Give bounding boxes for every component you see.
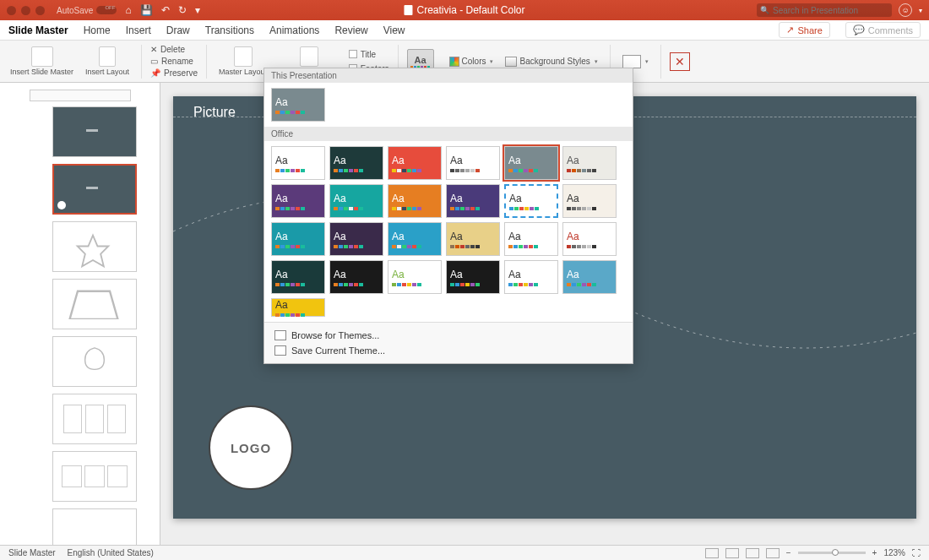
reading-view-button[interactable] xyxy=(746,548,759,558)
home-icon[interactable]: ⌂ xyxy=(125,4,131,16)
layout-thumbnail[interactable] xyxy=(52,508,137,545)
theme-thumbnail[interactable]: Aa xyxy=(562,222,617,256)
quick-access-toolbar: ⌂ 💾 ↶ ↻ ▾ xyxy=(125,4,199,16)
sorter-view-button[interactable] xyxy=(725,548,739,558)
delete-button[interactable]: ✕Delete xyxy=(150,44,198,55)
theme-thumbnail[interactable]: Aa xyxy=(329,222,383,256)
logo-placeholder[interactable]: LOGO xyxy=(209,405,293,490)
theme-thumbnail[interactable]: Aa xyxy=(562,146,617,180)
theme-thumbnail[interactable]: Aa xyxy=(388,260,442,294)
slideshow-view-button[interactable] xyxy=(766,548,780,558)
delete-icon: ✕ xyxy=(150,45,157,54)
document-title: Creativia - Default Color xyxy=(404,4,524,16)
layout-thumbnail[interactable] xyxy=(52,336,137,387)
theme-thumbnail[interactable]: Aa xyxy=(271,260,325,294)
zoom-in-button[interactable]: + xyxy=(872,548,877,557)
background-styles-dropdown[interactable]: Background Styles▾ xyxy=(502,55,600,68)
tab-view[interactable]: View xyxy=(383,24,405,36)
theme-thumbnail[interactable]: Aa xyxy=(271,222,325,256)
language-label[interactable]: English (United States) xyxy=(68,548,154,557)
theme-thumbnail[interactable]: Aa xyxy=(329,184,383,218)
tab-home[interactable]: Home xyxy=(84,24,111,36)
save-theme-menuitem[interactable]: Save Current Theme... xyxy=(271,343,626,358)
tab-insert[interactable]: Insert xyxy=(126,24,151,36)
theme-thumbnail[interactable]: Aa xyxy=(329,260,383,294)
view-mode-label: Slide Master xyxy=(8,548,56,557)
tab-transitions[interactable]: Transitions xyxy=(205,24,254,36)
comments-button[interactable]: 💬Comments xyxy=(845,22,921,38)
slide-thumbnail-panel[interactable] xyxy=(0,83,160,545)
theme-thumbnail[interactable]: Aa xyxy=(329,146,383,180)
theme-thumbnail[interactable]: Aa xyxy=(504,222,558,256)
master-layout-button[interactable]: Master Layout xyxy=(215,46,270,76)
layout-thumbnail-selected[interactable] xyxy=(52,164,137,215)
layout-thumbnail[interactable] xyxy=(52,221,137,272)
theme-thumbnail[interactable]: Aa xyxy=(562,260,617,294)
theme-thumbnail[interactable]: Aa xyxy=(446,222,500,256)
theme-thumbnail[interactable]: Aa xyxy=(446,260,500,294)
close-icon: ✕ xyxy=(675,55,685,68)
user-dropdown-icon[interactable]: ▾ xyxy=(919,7,922,14)
themes-section-header: Office xyxy=(264,127,633,141)
layout-thumbnail[interactable] xyxy=(52,451,137,502)
tab-slide-master[interactable]: Slide Master xyxy=(8,24,68,36)
svg-marker-1 xyxy=(69,291,117,318)
titlebar: AutoSave ⌂ 💾 ↶ ↻ ▾ Creativia - Default C… xyxy=(0,0,929,20)
master-thumbnail[interactable] xyxy=(30,90,131,101)
normal-view-button[interactable] xyxy=(705,548,719,558)
theme-thumbnail[interactable]: Aa xyxy=(271,298,325,317)
browse-themes-menuitem[interactable]: Browse for Themes... xyxy=(271,328,626,343)
theme-thumbnail[interactable]: Aa xyxy=(504,184,558,218)
autosave-pill[interactable] xyxy=(96,6,117,14)
theme-thumbnail[interactable]: Aa xyxy=(504,260,558,294)
status-bar: Slide Master English (United States) − +… xyxy=(0,545,929,560)
layout-thumbnail[interactable] xyxy=(52,106,137,157)
search-icon: 🔍 xyxy=(760,6,769,14)
title-checkbox[interactable]: Title xyxy=(349,49,389,60)
tab-animations[interactable]: Animations xyxy=(269,24,319,36)
redo-icon[interactable]: ↻ xyxy=(178,4,187,16)
rename-button[interactable]: ▭Rename xyxy=(150,56,198,67)
close-master-button[interactable]: ✕ xyxy=(670,52,690,71)
colors-icon xyxy=(449,57,459,67)
save-icon[interactable]: 💾 xyxy=(140,4,153,16)
preserve-button[interactable]: 📌Preserve xyxy=(150,68,198,79)
insert-layout-button[interactable]: Insert Layout xyxy=(82,46,133,76)
share-icon: ↗ xyxy=(786,24,794,35)
tab-review[interactable]: Review xyxy=(334,24,367,36)
slide-size-icon xyxy=(622,55,641,68)
search-box[interactable]: 🔍 xyxy=(757,3,892,17)
theme-thumbnail[interactable]: Aa xyxy=(504,146,558,180)
undo-icon[interactable]: ↶ xyxy=(161,4,170,16)
autosave-toggle[interactable]: AutoSave xyxy=(57,6,117,15)
theme-thumbnail[interactable]: Aa xyxy=(562,184,617,218)
fit-to-window-button[interactable]: ⛶ xyxy=(912,548,921,557)
zoom-slider[interactable] xyxy=(798,552,866,554)
theme-thumbnail[interactable]: Aa xyxy=(388,184,442,218)
theme-thumbnail[interactable]: Aa xyxy=(388,222,442,256)
zoom-out-button[interactable]: − xyxy=(786,548,791,557)
comment-icon: 💬 xyxy=(853,24,865,35)
tab-draw[interactable]: Draw xyxy=(166,24,190,36)
theme-thumbnail[interactable]: Aa xyxy=(271,146,325,180)
user-avatar-icon[interactable]: ☺ xyxy=(899,3,912,17)
svg-marker-0 xyxy=(77,235,108,266)
share-button[interactable]: ↗Share xyxy=(779,22,829,38)
layout-thumbnail[interactable] xyxy=(52,279,137,329)
zoom-level-label[interactable]: 123% xyxy=(883,548,905,557)
autosave-label: AutoSave xyxy=(57,6,93,15)
save-icon xyxy=(274,345,286,356)
window-traffic-lights[interactable] xyxy=(7,6,45,15)
theme-thumbnail-current[interactable]: Aa xyxy=(271,88,325,122)
theme-thumbnail[interactable]: Aa xyxy=(446,146,500,180)
theme-thumbnail[interactable]: Aa xyxy=(446,184,500,218)
colors-dropdown[interactable]: Colors▾ xyxy=(446,55,497,68)
insert-slide-master-button[interactable]: Insert Slide Master xyxy=(7,46,77,76)
layout-thumbnail[interactable] xyxy=(52,394,137,444)
theme-thumbnail[interactable]: Aa xyxy=(388,146,442,180)
preserve-icon: 📌 xyxy=(150,68,160,78)
qat-more-icon[interactable]: ▾ xyxy=(195,4,200,16)
document-icon xyxy=(404,5,412,15)
search-input[interactable] xyxy=(773,6,888,15)
theme-thumbnail[interactable]: Aa xyxy=(271,184,325,218)
